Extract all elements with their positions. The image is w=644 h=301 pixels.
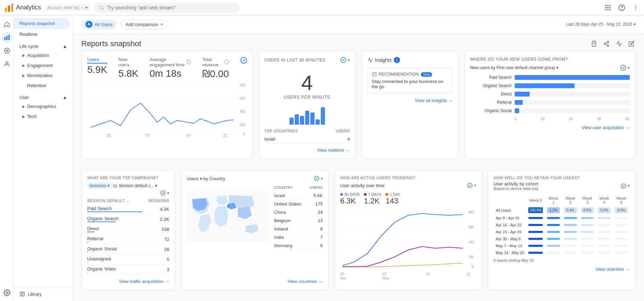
svg-line-4	[103, 9, 104, 10]
view-countries-link[interactable]: View countries →	[187, 279, 323, 284]
svg-point-33	[607, 45, 609, 47]
top-countries: TOP COUNTRIES USERS Israel 4	[264, 129, 350, 143]
metrics-card: Users 5.9K New users 5.8K Average engage…	[81, 51, 253, 159]
realtime-card: USERS IN LAST 30 MINUTES ▾ 4 USERS PER M…	[259, 51, 356, 159]
campaign-check-icon	[160, 190, 166, 196]
view-realtime-link[interactable]: View realtime →	[264, 148, 350, 153]
sidebar-item-reports-snapshot[interactable]: Reports snapshot	[14, 18, 70, 29]
sessions-dropdown[interactable]: Sessions ▾	[87, 183, 112, 189]
users-label: Users	[87, 57, 107, 64]
sidebar-item-engagement[interactable]: ▶ Engagement	[17, 60, 73, 70]
svg-rect-1	[8, 6, 10, 12]
view-acquisition-link[interactable]: View user acquisition →	[470, 125, 630, 130]
insights-icon[interactable]	[615, 40, 623, 48]
search-input[interactable]	[107, 5, 235, 10]
activity-x-labels: 30Apr 07May 14 21	[340, 272, 476, 280]
analytics-logo-icon	[4, 3, 14, 12]
cohort-card: HOW WELL DO YOU RETAIN YOUR USERS? User …	[488, 170, 636, 290]
date-range[interactable]: Last 28 days Apr 25 - May 22, 2023 ▾	[566, 22, 636, 27]
bar-underline	[87, 211, 142, 212]
map-dropdown[interactable]: ▾	[321, 176, 323, 181]
apps-icon[interactable]	[604, 3, 612, 12]
session-default-dropdown[interactable]: Session default c... ▾	[119, 183, 157, 188]
sidebar-icon-admin[interactable]	[1, 287, 13, 298]
table-row: Apr 9 - Apr 15	[494, 215, 630, 221]
sidebar-icon-reports[interactable]	[1, 32, 13, 43]
help-icon[interactable]	[618, 3, 626, 12]
library-item[interactable]: Library	[14, 287, 73, 301]
new-users-label: New users	[119, 57, 139, 67]
svg-rect-13	[609, 9, 610, 10]
map-card: Users ▾ by Country ▾	[181, 170, 329, 290]
svg-rect-7	[609, 5, 610, 6]
mini-bar-2	[295, 114, 299, 125]
cohort-dropdown[interactable]: ▾	[628, 184, 630, 188]
bar-underline	[87, 252, 88, 252]
sidebar-icon-advertising[interactable]	[1, 58, 13, 69]
add-comparison-button[interactable]: Add comparison ＋	[121, 19, 169, 29]
sidebar-nav-items: Reports snapshot Realtime Life cycle ▲ ▶…	[14, 15, 73, 124]
metric-new-users: New users 5.8K	[119, 57, 139, 80]
account-selector[interactable]: Account / Web Tag ··· ▾	[45, 5, 90, 11]
svg-point-25	[6, 292, 8, 294]
channel-bars: Paid Search Organic Search	[470, 75, 630, 113]
campaign-section-title: WHAT ARE YOUR TOP CAMPAIGNS?	[87, 176, 169, 180]
svg-rect-27	[23, 292, 24, 296]
sidebar-icon-home[interactable]	[1, 19, 13, 30]
sidebar-item-tech[interactable]: ▶ Tech	[17, 111, 73, 122]
sidebar-item-demographics[interactable]: ▶ Demographics	[17, 101, 73, 111]
share-icon[interactable]	[602, 40, 611, 48]
table-row: Direct 538	[87, 224, 169, 234]
new-users-value: 5.8K	[119, 68, 139, 79]
mini-bar-7	[321, 107, 325, 125]
view-insights-link[interactable]: View all insights →	[367, 98, 453, 103]
more-icon[interactable]	[631, 3, 640, 12]
svg-rect-5	[605, 5, 606, 6]
table-row: Organic Search 2.2K	[87, 214, 169, 224]
realtime-dropdown[interactable]: ▾	[348, 58, 350, 62]
mini-bar-5	[310, 112, 315, 125]
top-countries-header: TOP COUNTRIES USERS	[264, 129, 350, 133]
sidebar-item-monetization[interactable]: ▶ Monetization	[17, 70, 73, 81]
sidebar-item-realtime[interactable]: Realtime	[14, 29, 70, 40]
save-customization-icon[interactable]	[590, 40, 598, 48]
svg-text:200: 200	[240, 123, 245, 127]
search-bar[interactable]	[94, 3, 240, 12]
table-row: Unassigned 5	[87, 254, 169, 265]
activity-svg: 8K 6K 4K 2K 0	[340, 208, 476, 271]
cohort-footer: 6 weeks ending May 20	[494, 258, 630, 262]
svg-text:2K: 2K	[468, 255, 474, 259]
svg-point-42	[241, 58, 246, 64]
all-users-chip[interactable]: A All Users	[81, 19, 117, 29]
table-row: May 7 - May 13	[494, 242, 630, 249]
table-row: Apr 16 - Apr 22	[494, 221, 630, 228]
svg-line-35	[605, 42, 607, 43]
map-header-label[interactable]: Users ▾ by Country	[187, 176, 225, 181]
svg-point-32	[604, 43, 606, 45]
table-row: Referral 72	[87, 234, 169, 244]
sidebar-icon-explore[interactable]	[1, 45, 13, 56]
lifecycle-section-header[interactable]: Life cycle ▲	[14, 40, 73, 50]
channel-subtitle[interactable]: New users by First user default channel …	[470, 65, 559, 70]
sidebar-icon-bar	[0, 15, 14, 301]
channel-dropdown[interactable]: ▾	[628, 66, 630, 70]
view-retention-link[interactable]: View retention →	[494, 267, 630, 272]
svg-text:600: 600	[240, 97, 245, 100]
svg-point-22	[4, 48, 9, 53]
svg-point-24	[6, 61, 8, 64]
activity-chart-title: User activity over time	[340, 183, 385, 188]
svg-text:800: 800	[240, 83, 245, 87]
sidebar-item-acquisition[interactable]: ▶ Acquisition	[17, 50, 73, 60]
user-section-header[interactable]: User ▲	[14, 91, 73, 101]
campaign-dropdown[interactable]: ▾	[167, 191, 169, 195]
account-dropdown-icon[interactable]: ▾	[85, 5, 88, 10]
sidebar-item-retention[interactable]: Retention	[17, 81, 73, 91]
rec-icon	[372, 72, 377, 77]
svg-point-58	[161, 191, 165, 195]
view-traffic-link[interactable]: View traffic acquisition →	[87, 279, 169, 284]
activity-dropdown[interactable]: ▾	[474, 183, 476, 188]
channel-bar-organic-search: Organic Search	[470, 83, 630, 88]
x-label-3: 14	[186, 133, 190, 138]
edit-icon[interactable]	[627, 40, 636, 48]
country-row: Ireland8	[274, 225, 323, 233]
